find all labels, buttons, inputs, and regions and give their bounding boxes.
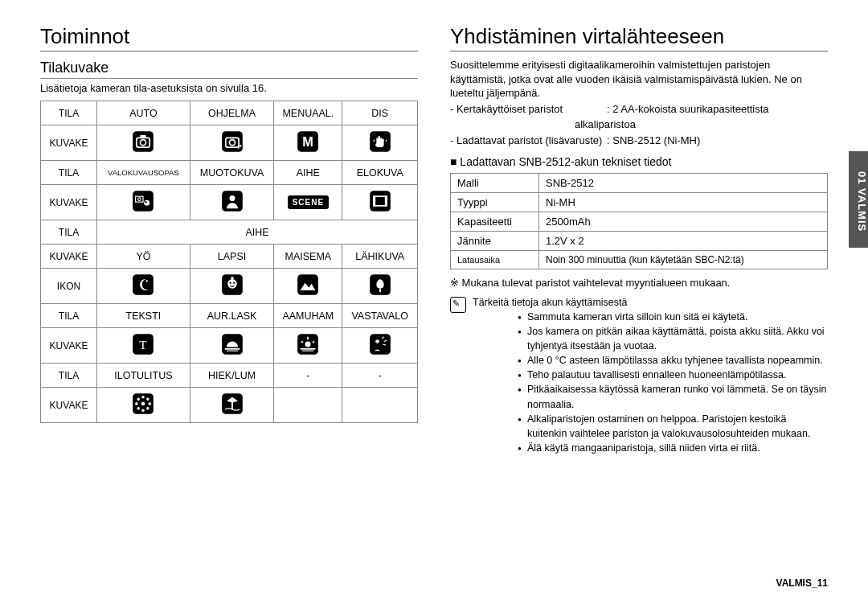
svg-point-37 xyxy=(305,342,311,347)
row-label-icon: KUVAKE xyxy=(41,125,97,161)
scene-sunset: AUR.LASK xyxy=(190,304,273,328)
scene-icon: SCENE xyxy=(274,185,342,220)
spec-voltage-label: Jännite xyxy=(451,232,539,251)
guide-icon xyxy=(97,185,190,220)
bullet-6: Alkaliparistojen ostaminen on helppoa. P… xyxy=(518,412,828,441)
row-label-mode-5: TILA xyxy=(41,364,97,388)
svg-point-28 xyxy=(231,277,234,280)
note-icon xyxy=(450,297,466,313)
svg-point-27 xyxy=(233,282,235,284)
right-title: Yhdistäminen virtalähteeseen xyxy=(450,24,828,51)
camera-p-icon: P xyxy=(190,125,273,161)
mode-guide: VALOKUVAUSOPAS xyxy=(97,161,190,185)
right-para1: Suosittelemme erityisesti digitaalikamer… xyxy=(450,58,828,101)
svg-line-39 xyxy=(301,342,303,343)
svg-point-57 xyxy=(147,408,149,409)
row-label-mode-2: TILA xyxy=(41,161,97,185)
svg-point-49 xyxy=(141,402,145,406)
fireworks-icon xyxy=(97,388,190,423)
spec-type-value: Ni-MH xyxy=(539,193,828,212)
scene-backlight: VASTAVALO xyxy=(342,304,418,328)
svg-point-53 xyxy=(149,403,150,405)
svg-rect-3 xyxy=(141,135,146,138)
svg-text:P: P xyxy=(238,144,242,150)
row-label-icon-3: KUVAKE xyxy=(41,245,97,269)
portrait-icon xyxy=(190,185,273,220)
row-label-mode: TILA xyxy=(41,101,97,125)
row-label-icon-4: KUVAKE xyxy=(41,328,97,364)
disposable-value2: alkaliparistoa xyxy=(450,117,828,132)
footer-page: 11 xyxy=(817,577,828,589)
svg-point-15 xyxy=(145,201,147,203)
bullet-2: Jos kamera on pitkän aikaa käyttämättä, … xyxy=(518,324,828,353)
dawn-icon xyxy=(274,328,342,364)
bullet-1: Sammuta kameran virta silloin kun sitä e… xyxy=(518,310,828,324)
backlight-icon xyxy=(342,328,418,364)
spec-title: ■ Ladattavan SNB-2512-akun tekniset tied… xyxy=(450,155,828,168)
important-bullets: Sammuta kameran virta silloin kun sitä e… xyxy=(485,310,828,455)
left-subtitle: Tilakuvake xyxy=(40,60,418,79)
intro-text: Lisätietoja kameran tila-asetuksista on … xyxy=(40,82,418,94)
left-title: Toiminnot xyxy=(40,24,418,51)
svg-text:M: M xyxy=(303,134,314,149)
svg-rect-21 xyxy=(385,196,387,206)
svg-point-51 xyxy=(142,409,144,411)
mode-program: OHJELMA xyxy=(190,101,273,125)
spec-capacity-value: 2500mAh xyxy=(539,212,828,232)
svg-point-56 xyxy=(137,408,139,409)
scene-empty-2: - xyxy=(342,364,418,388)
footer: VALMIS_11 xyxy=(776,577,828,589)
scene-night: YÖ xyxy=(97,245,190,269)
svg-point-26 xyxy=(229,282,231,284)
left-column: Toiminnot Tilakuvake Lisätietoja kameran… xyxy=(40,24,418,571)
bullet-5: Pitkäaikaisessa käytössä kameran runko v… xyxy=(518,382,828,411)
disposable-label: - Kertakäyttöiset paristot xyxy=(450,102,607,117)
footer-label: VALMIS_ xyxy=(776,577,817,589)
spec-table: MalliSNB-2512 TyyppiNi-MH Kapasiteetti25… xyxy=(450,173,828,269)
row-label-mode-4: TILA xyxy=(41,304,97,328)
svg-point-17 xyxy=(229,195,235,201)
bullet-3: Alle 0 °C asteen lämpötilassa akku tyhje… xyxy=(518,353,828,368)
beach-icon xyxy=(190,388,273,423)
svg-point-14 xyxy=(145,200,150,206)
landscape-icon xyxy=(274,269,342,304)
mode-movie: ELOKUVA xyxy=(342,161,418,185)
rechargeable-label: - Ladattavat paristot (lisävaruste) xyxy=(450,134,607,148)
scene-header: AIHE xyxy=(97,220,418,245)
disposable-value1: : 2 AA-kokoista suurikapasiteettista xyxy=(607,102,769,117)
svg-line-40 xyxy=(313,342,314,343)
svg-point-52 xyxy=(136,403,137,405)
mode-table: TILA AUTO OHJELMA MENUAAL. DIS KUVAKE P … xyxy=(40,101,418,423)
sunset-icon xyxy=(190,328,273,364)
text-icon: T xyxy=(97,328,190,364)
bullet-4: Teho palautuu tavallisesti ennalleen huo… xyxy=(518,368,828,382)
scene-landscape: MAISEMA xyxy=(274,245,342,269)
spec-model-label: Malli xyxy=(451,174,539,193)
mode-scene: AIHE xyxy=(274,161,342,185)
movie-icon xyxy=(342,185,418,220)
side-tab: 01 VALMIS xyxy=(849,151,868,248)
row-label-icon-2: KUVAKE xyxy=(41,185,97,220)
important-title: Tärkeitä tietoja akun käyttämisestä xyxy=(473,297,828,308)
empty-icon-1 xyxy=(274,388,342,423)
letter-m-icon: M xyxy=(274,125,342,161)
scene-dawn: AAMUHAM xyxy=(274,304,342,328)
camera-icon xyxy=(97,125,190,161)
child-icon xyxy=(190,269,273,304)
svg-point-55 xyxy=(147,398,149,400)
right-column: Yhdistäminen virtalähteeseen Suosittelem… xyxy=(450,24,828,571)
mode-manual: MENUAAL. xyxy=(274,101,342,125)
empty-icon-2 xyxy=(342,388,418,423)
spec-charge-label: Latausaika xyxy=(451,251,539,269)
spec-charge-value: Noin 300 minuuttia (kun käytetään SBC-N2… xyxy=(539,251,828,269)
svg-point-44 xyxy=(375,339,379,343)
spec-type-label: Tyyppi xyxy=(451,193,539,212)
scene-fireworks: ILOTULITUS xyxy=(97,364,190,388)
macro-icon xyxy=(342,269,418,304)
svg-rect-22 xyxy=(133,274,154,295)
hand-icon xyxy=(342,125,418,161)
svg-point-54 xyxy=(137,398,139,400)
night-icon xyxy=(97,269,190,304)
row-label-icon-5: KUVAKE xyxy=(41,388,97,423)
svg-point-23 xyxy=(146,280,148,282)
